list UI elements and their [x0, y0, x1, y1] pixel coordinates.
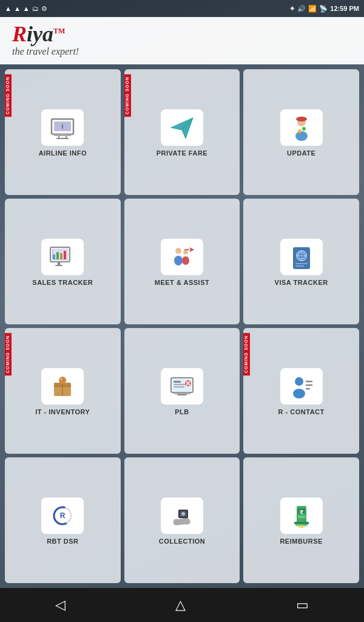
svg-point-54 [293, 389, 305, 398]
bluetooth-icon: ✦ [289, 5, 295, 13]
svg-rect-52 [177, 394, 187, 395]
svg-marker-28 [189, 247, 194, 252]
svg-rect-68 [298, 516, 305, 518]
rbt-dsr-icon: R [41, 497, 84, 534]
svg-rect-45 [174, 381, 181, 383]
grid-item-private-fare[interactable]: COMING SOON PRIVATE FARE [124, 69, 240, 195]
clock: 12:59 PM [330, 5, 359, 12]
volume-icon: 🔊 [297, 5, 306, 13]
grid-item-collection[interactable]: COLLECTION [124, 457, 240, 583]
rbt-dsr-label: RBT DSR [47, 538, 78, 545]
triangle-icon-2: ▲ [14, 5, 21, 12]
svg-point-71 [298, 525, 305, 528]
coming-soon-ribbon-2: COMING SOON [124, 74, 131, 117]
grid-item-sales-tracker[interactable]: SALES TRACKER [5, 199, 121, 324]
svg-point-42 [60, 378, 62, 380]
svg-rect-36 [295, 265, 304, 267]
status-icons-right: ✦ 🔊 📶 📡 12:59 PM [289, 5, 359, 13]
triangle-icon-3: ▲ [23, 5, 30, 12]
private-fare-label: PRIVATE FARE [157, 149, 207, 157]
coming-soon-ribbon-3: COMING SOON [5, 333, 12, 375]
svg-point-11 [296, 117, 307, 121]
svg-point-10 [295, 131, 308, 141]
app-tagline: the travel expert! [12, 46, 352, 57]
it-inventory-label: IT - INVENTORY [35, 408, 90, 415]
it-inventory-icon [41, 368, 84, 405]
collection-label: COLLECTION [159, 538, 206, 545]
grid-item-rbt-dsr[interactable]: R RBT DSR [5, 457, 121, 583]
r-contact-label: R - CONTACT [278, 408, 325, 415]
reimburse-icon: ₹ [280, 497, 323, 534]
grid-item-update[interactable]: UPDATE [243, 69, 359, 195]
grid-item-it-inventory[interactable]: COMING SOON IT - INVENTORY [5, 328, 121, 454]
coming-soon-ribbon: COMING SOON [5, 74, 12, 117]
svg-rect-35 [295, 263, 308, 264]
svg-point-25 [174, 256, 183, 265]
grid-item-reimburse[interactable]: ₹ REIMBURSE [243, 457, 359, 583]
sales-tracker-label: SALES TRACKER [32, 279, 93, 286]
svg-point-27 [182, 256, 189, 265]
sales-tracker-icon [41, 239, 84, 275]
svg-rect-23 [55, 265, 62, 266]
home-button[interactable]: △ [163, 592, 198, 618]
r-contact-icon [280, 368, 323, 405]
svg-point-24 [175, 248, 181, 254]
update-label: UPDATE [287, 149, 315, 157]
svg-text:i: i [62, 123, 64, 130]
svg-point-64 [181, 512, 185, 516]
app-logo: RiyaTM [12, 23, 352, 45]
header: RiyaTM the travel expert! [0, 17, 364, 64]
svg-point-41 [59, 377, 66, 384]
svg-point-53 [295, 377, 303, 386]
coming-soon-ribbon-4: COMING SOON [243, 333, 250, 375]
trademark: TM [53, 27, 65, 35]
plb-label: PLB [175, 408, 189, 415]
recent-button[interactable]: ▭ [284, 592, 321, 618]
triangle-icon-1: ▲ [5, 5, 12, 12]
svg-rect-69 [294, 522, 309, 524]
svg-rect-17 [56, 252, 59, 259]
navigation-bar: ◁ △ ▭ [0, 588, 364, 622]
plb-icon [161, 368, 203, 405]
svg-point-26 [183, 250, 188, 255]
private-fare-icon [161, 109, 203, 146]
signal-icon: 📡 [319, 5, 328, 13]
svg-text:₹: ₹ [300, 510, 303, 516]
status-icons-left: ▲ ▲ ▲ 🗂 ⚙ [5, 5, 47, 13]
visa-tracker-icon [280, 239, 323, 275]
svg-rect-22 [58, 262, 60, 265]
grid-item-r-contact[interactable]: COMING SOON R - CONTACT [243, 328, 359, 454]
app-grid: COMING SOON i AIRLINE INFO COMING SOON [0, 64, 364, 588]
grid-item-airline-info[interactable]: COMING SOON i AIRLINE INFO [5, 69, 121, 195]
svg-text:R: R [60, 511, 66, 520]
svg-point-13 [302, 127, 306, 131]
collection-icon [161, 497, 203, 534]
settings-icon: ⚙ [41, 5, 47, 13]
visa-tracker-label: VISA TRACKER [275, 279, 328, 286]
status-bar: ▲ ▲ ▲ 🗂 ⚙ ✦ 🔊 📶 📡 12:59 PM [0, 0, 364, 17]
airline-info-icon: i [41, 109, 84, 146]
back-button[interactable]: ◁ [43, 592, 78, 618]
meet-assist-label: MEET & ASSIST [155, 279, 209, 286]
svg-rect-16 [53, 255, 55, 259]
update-icon [280, 109, 323, 146]
svg-rect-51 [174, 392, 190, 394]
svg-rect-47 [174, 386, 184, 388]
storage-icon: 🗂 [32, 5, 39, 12]
svg-rect-46 [174, 384, 186, 385]
svg-point-12 [298, 129, 302, 133]
airline-info-label: AIRLINE INFO [39, 149, 87, 157]
svg-rect-19 [64, 251, 66, 259]
grid-item-meet-assist[interactable]: MEET & ASSIST [124, 199, 240, 324]
grid-item-visa-tracker[interactable]: VISA TRACKER [243, 199, 359, 324]
meet-assist-icon [161, 239, 203, 275]
grid-item-plb[interactable]: PLB [124, 328, 240, 454]
wifi-icon: 📶 [308, 5, 317, 13]
svg-rect-18 [60, 253, 62, 259]
svg-rect-2 [54, 134, 71, 136]
reimburse-label: REIMBURSE [280, 538, 323, 545]
